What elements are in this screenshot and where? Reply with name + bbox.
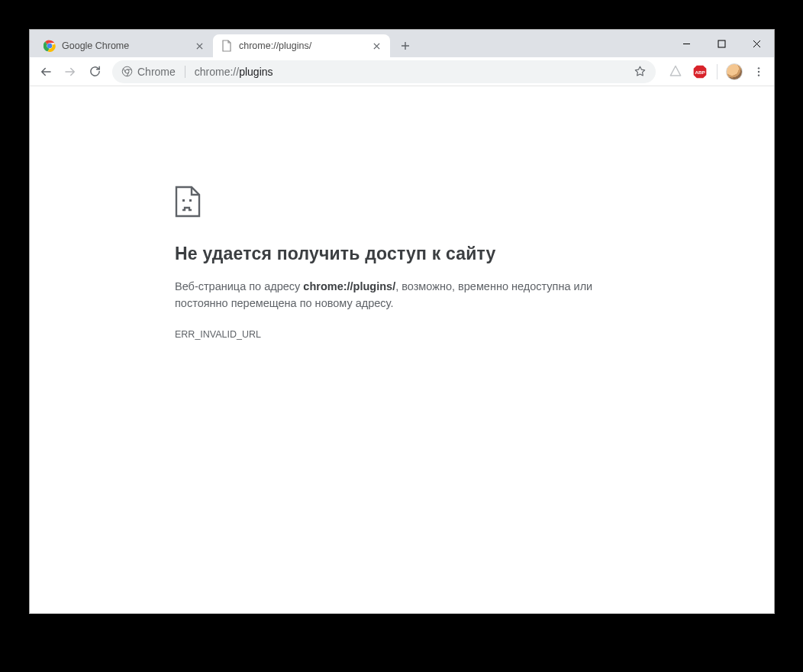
svg-rect-9: [182, 199, 185, 202]
chrome-mono-icon: [121, 66, 133, 77]
svg-rect-10: [189, 199, 192, 202]
site-chip[interactable]: Chrome: [121, 66, 176, 78]
error-code: ERR_INVALID_URL: [175, 329, 633, 340]
error-title: Не удается получить доступ к сайту: [175, 244, 633, 264]
avatar-icon: [726, 63, 743, 80]
close-icon[interactable]: [370, 40, 382, 52]
svg-text:ABP: ABP: [695, 69, 705, 74]
window-controls: [669, 30, 774, 57]
svg-point-6: [758, 67, 759, 69]
svg-point-1: [47, 44, 53, 49]
new-tab-button[interactable]: [395, 35, 416, 57]
bookmark-star-icon[interactable]: [634, 65, 647, 78]
maximize-button[interactable]: [704, 32, 739, 55]
abp-ext-icon[interactable]: ABP: [689, 61, 711, 82]
error-message: Веб-страница по адресу chrome://plugins/…: [175, 278, 633, 312]
tab-title: Google Chrome: [62, 40, 187, 51]
svg-rect-2: [718, 40, 725, 47]
close-window-button[interactable]: [739, 32, 774, 55]
tab-plugins[interactable]: chrome://plugins/: [213, 34, 390, 57]
extension-separator: [717, 64, 718, 79]
tab-title: chrome://plugins/: [239, 40, 364, 51]
page-content: Не удается получить доступ к сайту Веб-с…: [30, 86, 774, 613]
chrome-icon: [44, 40, 56, 52]
menu-button[interactable]: [748, 61, 769, 82]
forward-button[interactable]: [59, 60, 82, 83]
close-icon[interactable]: [193, 40, 205, 52]
back-button[interactable]: [34, 60, 57, 83]
file-icon: [221, 40, 233, 52]
svg-point-7: [758, 70, 759, 72]
yandex-ext-icon[interactable]: [665, 61, 686, 82]
svg-point-3: [122, 66, 132, 76]
error-page: Не удается получить доступ к сайту Веб-с…: [175, 186, 633, 340]
url-text: chrome://plugins: [195, 66, 273, 78]
tab-google-chrome[interactable]: Google Chrome: [36, 34, 213, 57]
chip-label: Chrome: [137, 66, 176, 78]
svg-point-8: [758, 74, 759, 76]
profile-avatar[interactable]: [724, 61, 745, 82]
toolbar: Chrome chrome://plugins ABP: [30, 57, 774, 86]
address-bar[interactable]: Chrome chrome://plugins: [112, 60, 656, 83]
sad-page-icon: [175, 186, 201, 218]
browser-window: Google Chrome chrome://plugins/: [29, 29, 775, 614]
tab-strip: Google Chrome chrome://plugins/: [30, 30, 774, 57]
extensions-area: ABP: [662, 61, 769, 82]
reload-button[interactable]: [83, 60, 106, 83]
chip-separator: [185, 66, 185, 78]
minimize-button[interactable]: [669, 32, 704, 55]
